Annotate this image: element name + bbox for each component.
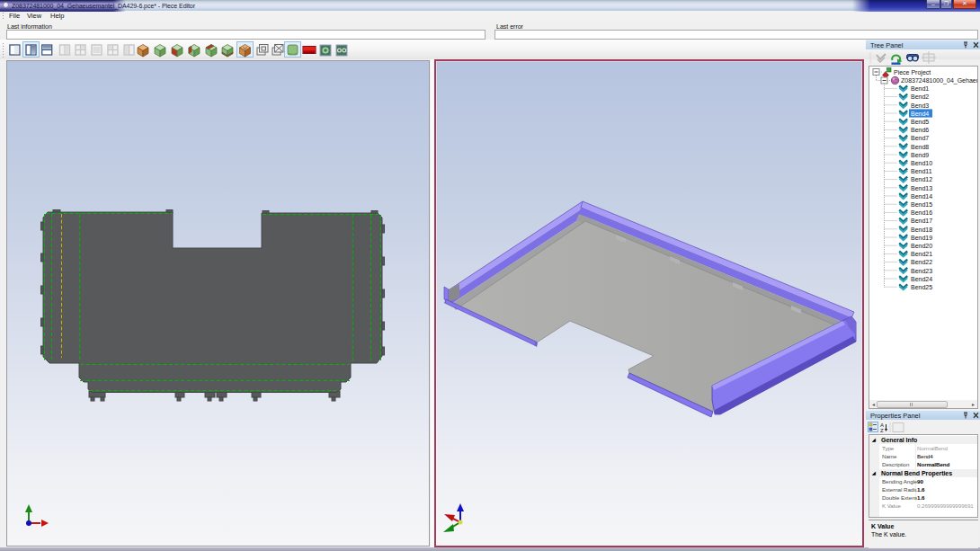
svg-text:Bend24: Bend24	[911, 276, 932, 282]
svg-text:Bend21: Bend21	[911, 251, 932, 257]
svg-text:Bend15: Bend15	[911, 201, 932, 208]
svg-text:Bend16: Bend16	[911, 209, 932, 216]
svg-text:Bend12: Bend12	[911, 176, 932, 182]
svg-text:Z08372481000_04_Gehaeusema: Z08372481000_04_Gehaeusema	[901, 77, 978, 84]
svg-text:Bend13: Bend13	[911, 185, 932, 191]
svg-text:Bend7: Bend7	[911, 135, 929, 141]
svg-text:Bend25: Bend25	[911, 284, 932, 290]
svg-text:Bend10: Bend10	[911, 160, 932, 166]
svg-text:Bend22: Bend22	[911, 259, 932, 265]
svg-text:Bend20: Bend20	[911, 243, 932, 249]
svg-text:Bend18: Bend18	[911, 227, 932, 233]
svg-text:Bend17: Bend17	[911, 218, 932, 224]
svg-text:Bend23: Bend23	[911, 268, 932, 274]
svg-text:Bend8: Bend8	[911, 144, 929, 150]
svg-text:Bend19: Bend19	[911, 235, 932, 241]
svg-text:Piece Project: Piece Project	[894, 69, 931, 76]
svg-text:Bend6: Bend6	[911, 127, 929, 133]
svg-text:Z: Z	[880, 428, 884, 433]
svg-text:Bend4: Bend4	[911, 111, 929, 117]
svg-text:Bend9: Bend9	[911, 152, 929, 158]
svg-text:Bend1: Bend1	[911, 85, 929, 92]
svg-text:Bend11: Bend11	[911, 168, 932, 174]
svg-text:Bend2: Bend2	[911, 93, 929, 100]
svg-text:Bend3: Bend3	[911, 102, 929, 109]
svg-text:Bend5: Bend5	[911, 119, 929, 125]
svg-text:Bend14: Bend14	[911, 193, 932, 200]
